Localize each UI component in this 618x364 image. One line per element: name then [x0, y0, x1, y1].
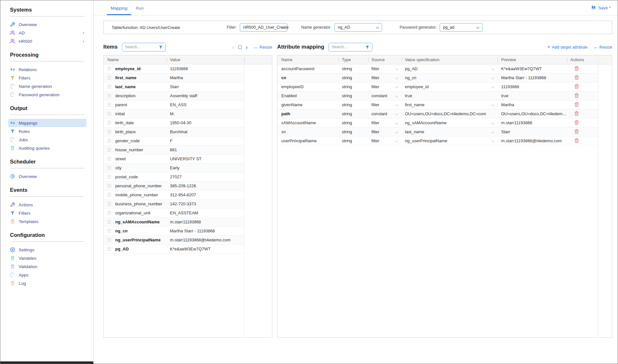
floppy-save-icon — [591, 5, 596, 10]
sidebar-item-auditing-queries[interactable]: Auditing queries — [8, 144, 86, 152]
drag-handle-icon[interactable] — [107, 147, 111, 152]
delete-trash-icon[interactable] — [574, 120, 579, 125]
source-select[interactable]: filter — [368, 138, 402, 143]
drag-handle-icon[interactable] — [107, 247, 111, 251]
source-select[interactable]: constant — [368, 93, 402, 98]
sidebar-item-variables[interactable]: Variables — [8, 254, 86, 262]
item-value: 1950-04-30 — [167, 120, 244, 125]
mapping-attribute-name: path — [277, 111, 339, 116]
delete-trash-icon[interactable] — [574, 75, 579, 80]
source-select[interactable]: filter — [368, 84, 402, 89]
drag-handle-icon[interactable] — [107, 66, 111, 71]
sidebar-item-password-generation[interactable]: Password generation — [8, 90, 86, 99]
search-funnel-icon[interactable] — [365, 45, 370, 49]
sidebar-item-templates[interactable]: Templates — [8, 217, 86, 226]
sidebar-item-label: Filters — [19, 76, 31, 80]
sidebar-item-settings[interactable]: Settings — [8, 246, 86, 254]
sidebar-item-filters[interactable]: Filters — [8, 74, 86, 82]
source-select[interactable]: filter — [368, 129, 402, 134]
value-specification-select[interactable]: last_name — [402, 129, 498, 134]
save-button[interactable]: Save * — [591, 5, 611, 10]
source-select[interactable]: filter — [368, 120, 402, 125]
items-search-input[interactable] — [125, 45, 157, 49]
value-specification-select[interactable]: pg_AD — [402, 66, 498, 71]
sidebar-item-roles[interactable]: Roles — [8, 127, 86, 135]
value-specification-value: ng_sAMAccountName — [405, 120, 446, 125]
items-panel-title: Items — [103, 44, 117, 50]
delete-trash-icon[interactable] — [574, 129, 579, 134]
sidebar-section-title-output: Output — [10, 105, 84, 111]
value-specification-select[interactable]: ng_sAMAccountName — [402, 120, 498, 125]
tab-mapping[interactable]: Mapping — [107, 1, 132, 15]
mapping-attribute-name: sAMAccountName — [277, 120, 339, 125]
password-generator-select[interactable]: pg_ad — [440, 23, 482, 32]
value-specification-select[interactable]: ng_userPrincipalName — [402, 138, 498, 143]
sidebar-item-overview[interactable]: Overview — [8, 20, 86, 29]
drag-handle-icon[interactable] — [107, 210, 111, 215]
delete-trash-icon[interactable] — [574, 66, 579, 71]
drag-handle-icon[interactable] — [107, 219, 111, 224]
drag-handle-icon[interactable] — [107, 201, 111, 206]
sidebar-item-mappings[interactable]: Mappings — [8, 119, 86, 127]
name-generator-select[interactable]: ng_AD — [334, 23, 382, 32]
mapping-search-input[interactable] — [332, 45, 363, 49]
items-resize-button[interactable]: ↔ Resize — [253, 44, 272, 50]
source-select[interactable]: filter — [368, 66, 402, 71]
value-specification-select[interactable]: first_name — [402, 102, 498, 107]
drag-handle-icon[interactable] — [107, 129, 111, 134]
source-select[interactable]: filter — [368, 75, 402, 80]
sidebar-item-overview[interactable]: Overview — [8, 172, 86, 181]
sidebar-item-label: Jobs — [19, 137, 28, 142]
drag-handle-icon[interactable] — [107, 75, 111, 80]
delete-trash-icon[interactable] — [574, 111, 579, 116]
delete-trash-icon[interactable] — [574, 93, 579, 98]
mapping-tab-content: Table/function: AD.Users/UserCreate Filt… — [94, 15, 618, 364]
drag-handle-icon[interactable] — [107, 111, 111, 116]
sidebar-item-jobs[interactable]: Jobs — [8, 135, 86, 144]
sidebar-item-hr500[interactable]: HR500› — [8, 37, 86, 45]
sidebar-item-actions[interactable]: Actions — [8, 201, 86, 209]
drag-handle-icon[interactable] — [107, 174, 111, 179]
value-specification-value: first_name — [405, 102, 425, 107]
sidebar-item-apps[interactable]: Apps — [8, 271, 86, 279]
drag-handle-icon[interactable] — [107, 229, 111, 233]
search-funnel-icon[interactable] — [159, 45, 163, 49]
sidebar-item-relations[interactable]: Relations — [8, 65, 86, 74]
item-name: house_number — [115, 147, 167, 152]
toolbar: Table/function: AD.Users/UserCreate Filt… — [103, 21, 612, 34]
drag-handle-icon[interactable] — [107, 183, 111, 188]
value-specification-select[interactable]: ng_cn — [402, 75, 498, 80]
page-next-icon[interactable]: › — [246, 44, 248, 50]
doc-edit-icon — [10, 272, 15, 277]
delete-trash-icon[interactable] — [574, 84, 579, 89]
page-prev-icon[interactable]: ‹ — [232, 44, 234, 50]
sidebar-item-log[interactable]: Log — [8, 279, 86, 287]
mapping-search-box — [329, 43, 372, 51]
drag-handle-icon[interactable] — [107, 156, 111, 161]
sidebar-item-validation[interactable]: Validation — [8, 262, 86, 271]
value-specification-select[interactable]: employee_id — [402, 84, 498, 89]
drag-handle-icon[interactable] — [107, 238, 111, 242]
delete-trash-icon[interactable] — [574, 102, 579, 107]
items-table-row: birth_date1950-04-30 — [104, 118, 244, 127]
filter-select[interactable]: HR500_AD_User_Create — [240, 23, 287, 32]
drag-handle-icon[interactable] — [107, 138, 111, 143]
add-target-attribute-button[interactable]: + Add target attribute — [547, 44, 587, 50]
funnel-icon — [10, 75, 15, 80]
drag-handle-icon[interactable] — [107, 93, 111, 98]
drag-handle-icon[interactable] — [107, 84, 111, 89]
sidebar-item-ad[interactable]: AD› — [8, 29, 86, 37]
tab-run[interactable]: Run — [132, 1, 148, 15]
drag-handle-icon[interactable] — [107, 102, 111, 107]
mapping-resize-button[interactable]: ↔ Resize — [593, 44, 612, 50]
drag-handle-icon[interactable] — [107, 120, 111, 125]
sidebar-item-filters[interactable]: Filters — [8, 209, 86, 217]
source-select[interactable]: constant — [368, 111, 402, 116]
sidebar-item-name-generation[interactable]: Name generation — [8, 82, 86, 90]
source-select[interactable]: filter — [368, 102, 402, 107]
drag-handle-icon[interactable] — [107, 192, 111, 197]
drag-handle-icon[interactable] — [107, 165, 111, 170]
page-current-icon[interactable] — [238, 45, 242, 49]
column-header-preview: Preview — [498, 57, 567, 62]
delete-trash-icon[interactable] — [574, 138, 579, 143]
